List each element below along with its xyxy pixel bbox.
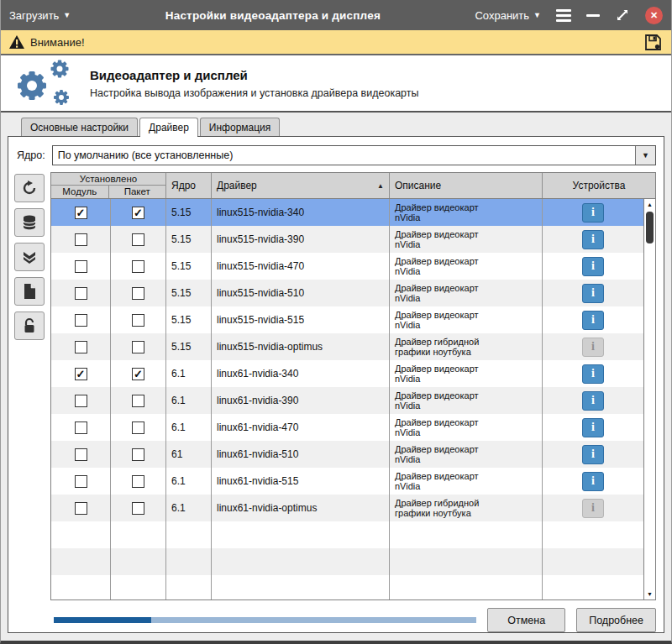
close-button[interactable]: ✕	[645, 7, 663, 24]
file-button[interactable]	[14, 277, 45, 306]
package-checkbox[interactable]	[132, 233, 144, 246]
table-row[interactable]: 6.1 linux61-nvidia-390 Драйвер видеокарт…	[51, 387, 643, 414]
device-info-button[interactable]: i	[582, 311, 604, 330]
package-checkbox[interactable]	[132, 260, 144, 273]
driver-cell: linux515-nvidia-optimus	[212, 333, 390, 360]
load-menu-button[interactable]: Загрузить ▼	[9, 9, 71, 22]
vertical-scrollbar[interactable]: ▲ ▼	[643, 199, 655, 599]
device-info-button[interactable]: i	[582, 499, 604, 518]
description-cell: Драйвер видеокарт nVidia	[390, 387, 543, 414]
combo-dropdown-button[interactable]: ▼	[635, 146, 655, 165]
unlock-button[interactable]	[14, 312, 45, 340]
gears-icon	[9, 57, 78, 109]
description-cell: Драйвер видеокарт nVidia	[390, 199, 543, 226]
sync-packages-button[interactable]	[14, 243, 45, 271]
minimize-button[interactable]	[586, 14, 600, 17]
description-cell: Драйвер видеокарт nVidia	[390, 226, 543, 253]
col-module[interactable]: Модуль	[51, 186, 109, 198]
device-info-button[interactable]: i	[582, 445, 604, 464]
table-row[interactable]: 5.15 linux515-nvidia-470 Драйвер видеока…	[51, 253, 643, 280]
package-checkbox[interactable]	[132, 287, 144, 300]
tab-information[interactable]: Информация	[200, 118, 280, 136]
table-row[interactable]: 6.1 linux61-nvidia-515 Драйвер видеокарт…	[51, 468, 643, 495]
module-checkbox[interactable]	[75, 448, 87, 461]
device-info-button[interactable]: i	[582, 364, 604, 384]
kernel-select[interactable]: По умолчанию (все установленные) ▼	[52, 145, 656, 165]
kernel-cell: 5.15	[166, 199, 212, 226]
device-info-button[interactable]: i	[582, 230, 604, 249]
table-row[interactable]	[51, 548, 643, 575]
module-checkbox[interactable]	[75, 260, 87, 273]
table-row[interactable]: 6.1 linux61-nvidia-optimus Драйвер гибри…	[51, 495, 643, 521]
col-installed-group[interactable]: Установлено	[51, 173, 165, 186]
col-package[interactable]: Пакет	[109, 186, 166, 198]
col-description[interactable]: Описание	[390, 173, 543, 198]
save-menu-button[interactable]: Сохранить ▼	[475, 9, 541, 22]
table-row[interactable]	[51, 575, 643, 600]
page-header: Видеоадаптер и дисплей Настройка вывода …	[1, 55, 671, 113]
table-row[interactable]: 5.15 linux515-nvidia-510 Драйвер видеока…	[51, 280, 643, 306]
driver-cell	[212, 521, 390, 548]
package-checkbox[interactable]: ✓	[132, 207, 144, 219]
module-checkbox[interactable]	[75, 395, 87, 407]
scroll-up-icon[interactable]: ▲	[644, 199, 655, 210]
scrollbar-thumb[interactable]	[646, 212, 654, 243]
menu-hamburger-icon[interactable]	[556, 9, 571, 22]
device-info-button[interactable]: i	[582, 418, 604, 437]
driver-cell	[212, 548, 390, 575]
table-row[interactable]: 6.1 linux61-nvidia-470 Драйвер видеокарт…	[51, 414, 643, 441]
table-row[interactable]: 5.15 linux515-nvidia-optimus Драйвер гиб…	[51, 333, 643, 360]
module-checkbox[interactable]	[75, 475, 87, 488]
module-checkbox[interactable]	[75, 287, 87, 300]
col-driver[interactable]: Драйвер ▲	[212, 173, 390, 198]
table-row[interactable]: 61 linux61-nvidia-510 Драйвер видеокарт …	[51, 441, 643, 468]
package-checkbox[interactable]: ✓	[132, 368, 144, 380]
save-file-icon[interactable]	[643, 32, 663, 52]
module-checkbox[interactable]	[75, 421, 87, 434]
device-info-button[interactable]: i	[582, 391, 604, 411]
driver-cell: linux515-nvidia-510	[212, 280, 390, 306]
module-checkbox[interactable]	[75, 502, 87, 515]
module-checkbox[interactable]	[75, 233, 87, 246]
device-info-button[interactable]: i	[582, 284, 604, 303]
table-row[interactable]: ✓ ✓ 6.1 linux61-nvidia-340 Драйвер видео…	[51, 360, 643, 387]
details-button[interactable]: Подробнее	[576, 608, 656, 632]
package-checkbox[interactable]	[132, 448, 144, 461]
device-info-button[interactable]: i	[582, 203, 604, 223]
package-checkbox[interactable]	[132, 502, 144, 515]
scrollbar-track[interactable]	[644, 210, 655, 589]
tab-driver[interactable]: Драйвер	[139, 118, 198, 136]
document-icon	[22, 283, 37, 300]
col-devices[interactable]: Устройства	[543, 173, 655, 198]
table-row[interactable]: 5.15 linux515-nvidia-515 Драйвер видеока…	[51, 306, 643, 333]
module-checkbox[interactable]: ✓	[75, 368, 87, 380]
device-info-button[interactable]: i	[582, 257, 604, 276]
table-row[interactable]	[51, 521, 643, 548]
cancel-button[interactable]: Отмена	[487, 608, 565, 632]
module-checkbox[interactable]	[75, 341, 87, 353]
maximize-button[interactable]	[615, 8, 630, 23]
tab-general-settings[interactable]: Основные настройки	[21, 118, 138, 136]
package-checkbox[interactable]	[132, 314, 144, 327]
module-checkbox[interactable]: ✓	[75, 207, 87, 219]
col-kernel[interactable]: Ядро	[166, 173, 212, 198]
package-checkbox[interactable]	[132, 475, 144, 488]
description-cell: Драйвер гибридной графики ноутбука	[390, 495, 543, 521]
table-header: Установлено Модуль Пакет Ядро Драйвер ▲ …	[51, 173, 655, 199]
module-checkbox[interactable]	[75, 314, 87, 327]
package-checkbox[interactable]	[132, 341, 144, 353]
description-cell: Драйвер видеокарт nVidia	[390, 306, 543, 333]
device-info-button[interactable]: i	[582, 472, 604, 491]
refresh-button[interactable]	[14, 174, 45, 202]
device-info-button[interactable]: i	[582, 338, 604, 357]
driver-cell: linux61-nvidia-optimus	[212, 495, 390, 521]
package-checkbox[interactable]	[132, 421, 144, 434]
scroll-down-icon[interactable]: ▼	[644, 589, 655, 599]
table-row[interactable]: ✓ ✓ 5.15 linux515-nvidia-340 Драйвер вид…	[51, 199, 643, 226]
repo-database-button[interactable]	[14, 208, 45, 237]
kernel-cell: 61	[166, 441, 212, 468]
table-row[interactable]: 5.15 linux515-nvidia-390 Драйвер видеока…	[51, 226, 643, 253]
description-cell: Драйвер видеокарт nVidia	[390, 360, 543, 387]
package-checkbox[interactable]	[132, 395, 144, 407]
window-title: Настройки видеоадаптера и дисплея	[77, 9, 468, 22]
